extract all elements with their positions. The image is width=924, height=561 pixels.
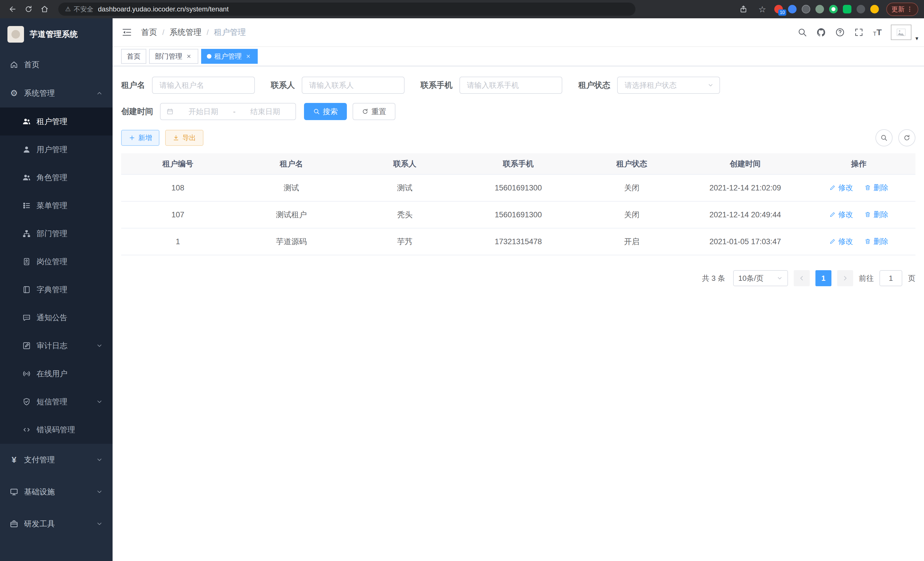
refresh-table-icon[interactable] [898, 129, 915, 146]
prev-page-button[interactable] [794, 270, 810, 286]
sidebar-item-menu[interactable]: 菜单管理 [0, 192, 112, 220]
security-label: 不安全 [74, 5, 93, 14]
extension-icon-green-ring[interactable] [829, 5, 838, 14]
sidebar-groups: ¥ 支付管理 基础设施 研发工具 [0, 444, 112, 540]
sidebar-item-payment[interactable]: ¥ 支付管理 [0, 444, 112, 476]
goto-page-input[interactable] [879, 270, 902, 286]
close-icon[interactable] [244, 53, 252, 60]
github-icon[interactable] [816, 27, 826, 37]
sidebar-item-audit-log[interactable]: 审计日志 [0, 332, 112, 360]
tab-tenant[interactable]: 租户管理 [201, 49, 258, 64]
column-header: 租户名 [235, 153, 348, 174]
status-select[interactable]: 请选择租户状态 [617, 77, 720, 94]
reset-button[interactable]: 重置 [352, 103, 395, 120]
delete-link[interactable]: 删除 [864, 183, 888, 193]
font-size-icon[interactable]: TT [873, 28, 882, 37]
browser-update-button[interactable]: 更新 [886, 3, 918, 16]
refresh-icon[interactable] [22, 2, 35, 16]
profile-avatar-icon[interactable] [870, 5, 879, 14]
edit-square-icon [22, 341, 31, 350]
sidebar-collapse-button[interactable] [122, 27, 132, 38]
contact-input[interactable] [302, 77, 405, 94]
app-logo[interactable]: 芋道管理系统 [0, 18, 112, 50]
sidebar-item-sms[interactable]: 短信管理 [0, 388, 112, 416]
help-icon[interactable] [835, 27, 845, 37]
close-icon[interactable] [185, 53, 193, 60]
chevron-left-icon [799, 275, 805, 281]
cell-tenant-name: 测试租户 [235, 201, 348, 228]
sidebar-item-online-users[interactable]: 在线用户 [0, 360, 112, 388]
date-start-placeholder: 开始日期 [179, 107, 228, 117]
tenant-name-input[interactable] [152, 77, 255, 94]
sidebar-item-label: 角色管理 [37, 172, 103, 183]
back-icon[interactable] [6, 2, 20, 16]
edit-link[interactable]: 修改 [829, 236, 853, 247]
delete-link[interactable]: 删除 [864, 210, 888, 220]
chevron-up-icon [96, 90, 103, 97]
screen: ⚠不安全 dashboard.yudao.iocoder.cn/system/t… [0, 0, 924, 561]
breadcrumb-system[interactable]: 系统管理 [170, 27, 201, 38]
page-size-select[interactable]: 10条/页 [733, 270, 788, 286]
sidebar-item-user[interactable]: 用户管理 [0, 135, 112, 164]
sidebar-item-dept[interactable]: 部门管理 [0, 220, 112, 248]
sidebar-item-error-code[interactable]: 错误码管理 [0, 416, 112, 444]
sidebar-item-notice[interactable]: 通知公告 [0, 304, 112, 332]
total-count: 共 3 条 [702, 273, 725, 283]
share-icon[interactable] [736, 2, 750, 16]
user-icon [22, 145, 31, 154]
sidebar-item-label: 短信管理 [37, 397, 90, 407]
id-badge-icon [22, 257, 31, 266]
sidebar-item-dev-tools[interactable]: 研发工具 [0, 508, 112, 540]
phone-input[interactable] [459, 77, 562, 94]
security-indicator[interactable]: ⚠不安全 [65, 5, 93, 14]
next-page-button[interactable] [837, 270, 853, 286]
sidebar-item-label: 菜单管理 [37, 200, 103, 211]
address-bar[interactable]: ⚠不安全 dashboard.yudao.iocoder.cn/system/t… [58, 3, 635, 16]
toggle-search-icon[interactable] [875, 129, 892, 146]
bookmark-star-icon[interactable]: ☆ [755, 2, 769, 16]
toolbar-row: 新增 导出 [121, 129, 915, 146]
date-range-picker[interactable]: 开始日期 - 结束日期 [160, 103, 296, 120]
breadcrumb-home[interactable]: 首页 [141, 27, 157, 38]
extension-icon-globe[interactable] [802, 5, 810, 14]
sidebar-item-post[interactable]: 岗位管理 [0, 248, 112, 276]
extension-icon-puzzle[interactable] [856, 5, 865, 14]
tags-view: 首页 部门管理 租户管理 [112, 47, 924, 66]
home-icon [10, 60, 18, 69]
export-button[interactable]: 导出 [165, 130, 203, 146]
current-page-button[interactable]: 1 [815, 270, 831, 286]
search-icon[interactable] [797, 27, 807, 37]
button-label: 新增 [138, 133, 152, 142]
extension-icon-wechat[interactable] [843, 5, 851, 14]
delete-link[interactable]: 删除 [864, 236, 888, 247]
tab-home[interactable]: 首页 [121, 49, 146, 64]
chevron-down-icon [777, 275, 783, 281]
search-button[interactable]: 搜索 [304, 103, 347, 120]
edit-link[interactable]: 修改 [829, 183, 853, 193]
add-button[interactable]: 新增 [121, 130, 159, 146]
sidebar-item-label: 在线用户 [37, 368, 103, 379]
extension-icon-blue[interactable] [788, 5, 796, 14]
fullscreen-icon[interactable] [854, 27, 864, 37]
sidebar-item-infrastructure[interactable]: 基础设施 [0, 476, 112, 508]
sidebar-item-label: 系统管理 [24, 88, 90, 98]
sidebar-item-system[interactable]: ⚙ 系统管理 [0, 79, 112, 108]
tab-dept[interactable]: 部门管理 [149, 49, 198, 64]
home-icon[interactable] [38, 2, 51, 16]
sidebar-item-home[interactable]: 首页 [0, 50, 112, 79]
extension-icon-gray-green[interactable] [815, 5, 824, 14]
sidebar-item-label: 错误码管理 [37, 425, 103, 435]
extension-icon-red[interactable]: 10 [774, 5, 783, 14]
edit-icon [829, 238, 836, 245]
edit-link[interactable]: 修改 [829, 210, 853, 220]
user-avatar-dropdown[interactable]: ▾ [891, 25, 911, 40]
chevron-down-icon [96, 488, 103, 495]
button-label: 导出 [182, 133, 196, 142]
filter-row-2: 创建时间 开始日期 - 结束日期 搜索 重置 [121, 103, 915, 120]
link-label: 修改 [838, 210, 853, 220]
sidebar-item-role[interactable]: 角色管理 [0, 164, 112, 192]
sidebar-item-tenant[interactable]: 租户管理 [0, 108, 112, 135]
sidebar-item-label: 部门管理 [37, 229, 103, 239]
sidebar-item-dict[interactable]: 字典管理 [0, 276, 112, 304]
book-icon [22, 285, 31, 294]
